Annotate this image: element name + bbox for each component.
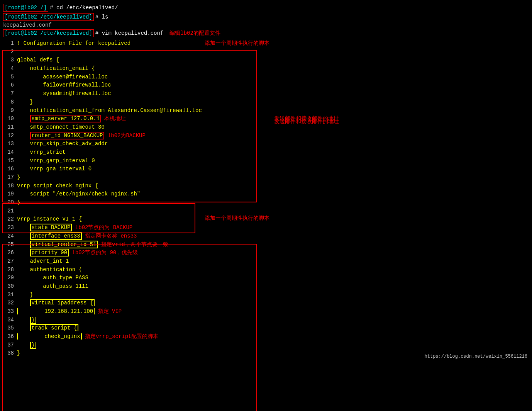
vim-line-19: 19 script "/etc/nginx/check_nginx.sh" [0, 190, 532, 199]
vim-line-10: 10 smtp_server 127.0.0.1 本机地址 发送邮件和接收邮件的… [0, 115, 532, 123]
vim-line-29: 29 auth_type PASS [0, 274, 532, 282]
track-script-close: } [30, 342, 36, 349]
vim-line-25: 25 virtual_router_id 51 指定vrid，两个节点要一致 [0, 241, 532, 249]
priority-annotation: lb02节点的为 90，优先级 [69, 250, 138, 256]
vim-line-20: 20 } [0, 199, 532, 207]
vim-line-24: 24 interface ens33 指定网卡名称 ens33 [0, 232, 532, 241]
footer-url: https://blog.csdn.net/weixin_55611216 [425, 354, 527, 359]
prompt-1: [root@lb02 /] [3, 4, 48, 12]
vim-line-9: 9 notification_email_from Alexandre.Cass… [0, 107, 532, 115]
state-annotation: lb02节点的为 BACKUP [72, 224, 132, 231]
track-script-annotation: 指定vrrp_script配置的脚本 [82, 333, 159, 340]
interface-annotation: 指定网卡名称 ens33 [82, 233, 137, 239]
vrid-highlight: virtual_router_id 51 [30, 241, 98, 248]
check-nginx-value: check_nginx [17, 333, 82, 340]
vim-line-26: 26 priority 90 lb02节点的为 90，优先级 [0, 249, 532, 257]
vim-line-23: 23 state BACKUP lb02节点的为 BACKUP [0, 224, 532, 232]
vim-line-16: 16 vrrp_gna_interval 0 [0, 165, 532, 173]
vim-line-31: 31 } [0, 291, 532, 299]
vim-line-35: 35 track_script { [0, 324, 532, 333]
track-script-open: track_script { [30, 324, 79, 331]
vrid-annotation: 指定vrid，两个节点要一致 [98, 241, 168, 248]
vim-line-33: 33 192.168.121.100 指定 VIP [0, 307, 532, 316]
interface-highlight: interface ens33 [30, 232, 82, 240]
vip-block-close: } [30, 317, 36, 324]
vim-line-36: 36 check_nginx 指定vrrp_script配置的脚本 [0, 333, 532, 341]
vim-line-13: 13 vrrp_skip_check_adv_addr [0, 140, 532, 148]
add-script-annotation: 添加一个周期性执行的脚本 [205, 39, 269, 48]
vim-line-18: 18 vrrp_script check_nginx { 添加一个周期性执行的脚… [0, 182, 532, 190]
vim-line-4: 4 notification_email { [0, 65, 532, 73]
router-id-annotation: lb02为BACKUP [104, 132, 145, 139]
smtp-server-highlight: smtp_server 127.0.0.1 [30, 115, 101, 122]
annotation-vim: 编辑lb02的配置文件 [169, 30, 220, 37]
prompt-3: [root@lb02 /etc/keepalived] [3, 29, 94, 37]
cmd-line-2: [root@lb02 /etc/keepalived] # ls [0, 12, 532, 22]
vim-line-7: 7 sysadmin@firewall.loc [0, 90, 532, 98]
smtp-annotation: 本机地址 [101, 115, 126, 122]
cmd-2: # ls [95, 14, 108, 20]
cmd-1: # cd /etc/keepalived/ [50, 5, 118, 11]
vip-annotation: 指定 VIP [95, 308, 122, 314]
cmd-3: # vim keepalived.conf [95, 30, 163, 36]
vim-line-17: 17 } [0, 173, 532, 182]
router-id-highlight: router_id NGINX_BACKUP [30, 132, 105, 139]
add-script-label: 添加一个周期性执行的脚本 [205, 215, 269, 222]
vim-line-12: 12 router_id NGINX_BACKUP lb02为BACKUP [0, 132, 532, 140]
priority-highlight: priority 90 [30, 249, 69, 256]
vim-line-32: 32 virtual_ipaddress { [0, 299, 532, 307]
prompt-2: [root@lb02 /etc/keepalived] [3, 13, 94, 21]
vim-line-2: 2 [0, 48, 532, 56]
vim-line-6: 6 failover@firewall.loc [0, 81, 532, 90]
vim-line-14: 14 vrrp_strict [0, 148, 532, 157]
file-list: keepalived.conf [0, 22, 532, 29]
vim-line-27: 27 advert_int 1 [0, 257, 532, 266]
cmd-line-3: [root@lb02 /etc/keepalived] # vim keepal… [0, 29, 532, 38]
cmd-line-1: [root@lb02 /] # cd /etc/keepalived/ [0, 3, 532, 12]
vim-line-5: 5 acassen@firewall.loc [0, 73, 532, 82]
send-email-label: 发送邮件和接收邮件的地址 [274, 118, 339, 125]
vim-line-37: 37 } [0, 341, 532, 350]
vip-block-open: virtual_ipaddress { [30, 299, 95, 306]
vim-line-28: 28 authentication { [0, 266, 532, 274]
vim-line-15: 15 vrrp_garp_interval 0 [0, 157, 532, 165]
vim-line-8: 8 } [0, 98, 532, 107]
vim-line-34: 34 } [0, 316, 532, 324]
vim-content: 1 ! Configuration File for keepalived 2 … [0, 39, 532, 358]
terminal-window: [root@lb02 /] # cd /etc/keepalived/ [roo… [0, 0, 532, 362]
vim-line-3: 3 global_defs { [0, 56, 532, 65]
vim-line-21: 21 [0, 207, 532, 216]
vim-line-11: 11 smtp_connect_timeout 30 [0, 123, 532, 132]
vip-value: 192.168.121.100 [17, 308, 95, 314]
state-backup-highlight: state BACKUP [30, 224, 72, 231]
vim-line-30: 30 auth_pass 1111 [0, 282, 532, 291]
